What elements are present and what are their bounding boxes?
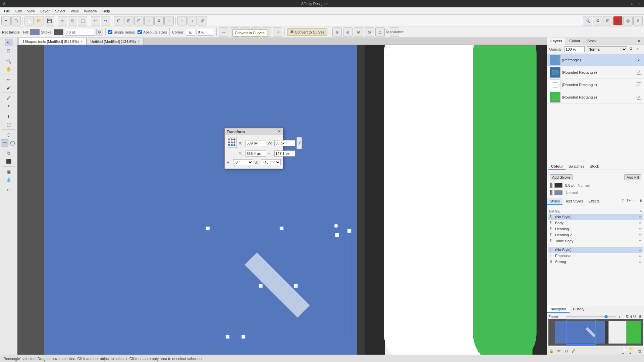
style-emphasis[interactable]: I Emphasis ≡ bbox=[548, 253, 643, 259]
panel-icon-node[interactable]: ⊡ bbox=[563, 348, 569, 354]
style-options-6[interactable]: ≡ bbox=[639, 254, 641, 258]
style-no-style[interactable]: ¶ (No Style) ≡ bbox=[548, 214, 643, 220]
fill-swatch[interactable] bbox=[30, 29, 40, 35]
tool-ellipse[interactable]: ◯ bbox=[9, 139, 16, 146]
style-heading1[interactable]: ¶ Heading 1 ≡ bbox=[548, 226, 643, 232]
stroke-ap-swatch[interactable] bbox=[554, 183, 562, 188]
style-strong[interactable]: B Strong ≡ bbox=[548, 259, 643, 265]
menu-window[interactable]: Window bbox=[81, 8, 100, 14]
tool-pen[interactable]: 🖊 bbox=[5, 94, 12, 102]
toolbar-search[interactable]: 🔍 bbox=[583, 16, 592, 25]
opacity-input[interactable] bbox=[565, 46, 585, 52]
tab-shapes[interactable]: 1Shapes tools [Modified] (514.5%) ✕ bbox=[19, 38, 87, 45]
tab-close-panel[interactable]: ✕ bbox=[634, 38, 644, 45]
transform-h-input[interactable] bbox=[274, 150, 295, 157]
zoom-plus-btn[interactable]: + bbox=[618, 315, 622, 319]
toolbar-align-top[interactable]: ↕ bbox=[144, 16, 154, 25]
transform-align-right[interactable]: ⊣ bbox=[273, 27, 282, 37]
anchor-tm[interactable] bbox=[231, 138, 233, 140]
toolbar-cut[interactable]: ✂ bbox=[58, 16, 67, 25]
layer-vis-2[interactable]: ✓ bbox=[637, 82, 641, 87]
maximize-button[interactable]: □ bbox=[630, 1, 635, 6]
tool-eyedropper[interactable]: 💧 bbox=[5, 176, 12, 183]
toolbar-rotate[interactable]: ↺ bbox=[198, 16, 207, 25]
tool-rect[interactable]: ▭ bbox=[1, 139, 8, 146]
tool-pencil[interactable]: ✏ bbox=[5, 76, 12, 83]
layer-vis-0[interactable]: ✓ bbox=[637, 58, 641, 62]
panel-icon-delete[interactable]: 🗑 bbox=[637, 348, 643, 354]
stock-tab-color[interactable]: Stock bbox=[587, 164, 602, 170]
menu-help[interactable]: Help bbox=[100, 8, 113, 14]
styles-tab-styles[interactable]: Styles bbox=[547, 198, 562, 205]
geometry-xor[interactable]: ⊘ bbox=[365, 27, 374, 37]
toolbar-align-center[interactable]: ⊞ bbox=[124, 16, 133, 25]
toolbar-align-right[interactable]: ⊟ bbox=[134, 16, 144, 25]
toolbar-persona-draw[interactable]: ✦ bbox=[1, 16, 11, 25]
transform-flip-h[interactable]: ↔ bbox=[219, 27, 228, 37]
toolbar-open[interactable]: 📂 bbox=[35, 16, 44, 25]
toolbar-copy[interactable]: ⎘ bbox=[68, 16, 77, 25]
layer-vis-1[interactable]: ✓ bbox=[637, 70, 641, 75]
toolbar-share[interactable]: ⬆ bbox=[633, 16, 643, 25]
anchor-tr[interactable] bbox=[233, 138, 235, 140]
add-stroke-btn[interactable]: Add Stroke bbox=[550, 174, 573, 180]
geometry-sub[interactable]: ⊖ bbox=[343, 27, 353, 37]
anchor-mm[interactable] bbox=[231, 141, 233, 143]
styles-section-add-0[interactable]: + bbox=[640, 209, 642, 213]
layer-item-0[interactable]: (Rectangle) ✓ bbox=[547, 54, 644, 66]
panel-icon-add-group[interactable]: 📁+ bbox=[629, 348, 635, 354]
toolbar-persona-pixel[interactable]: ⬡ bbox=[11, 16, 21, 25]
menu-view[interactable]: View bbox=[24, 8, 38, 14]
styles-options-btn[interactable]: ⋯ bbox=[632, 198, 638, 205]
swatches-tab[interactable]: Swatches bbox=[566, 164, 587, 170]
minimize-button[interactable]: ─ bbox=[623, 1, 628, 6]
zoom-recenter-btn[interactable]: ⊕ bbox=[638, 314, 643, 319]
toolbar-undo[interactable]: ↩ bbox=[91, 16, 100, 25]
menu-edit[interactable]: Edit bbox=[13, 8, 24, 14]
styles-tab-effects[interactable]: Effects bbox=[586, 198, 602, 205]
nav-tab-navigator[interactable]: Navigator bbox=[547, 306, 570, 313]
style-body[interactable]: ¶ Body ≡ bbox=[548, 220, 643, 226]
tool-node-pen[interactable]: ⌖ bbox=[5, 102, 12, 110]
layers-options-btn[interactable]: ⚙ bbox=[629, 47, 635, 52]
toolbar-align-bottom[interactable]: ↔ bbox=[164, 16, 174, 25]
stroke-options-btn[interactable]: ⚙ bbox=[96, 29, 103, 36]
colour-tab[interactable]: Colour bbox=[548, 164, 566, 170]
layers-add-btn[interactable]: + bbox=[637, 47, 642, 52]
canvas[interactable]: Transform ✕ bbox=[17, 45, 547, 355]
menu-view2[interactable]: View bbox=[68, 8, 81, 14]
toolbar-settings[interactable]: ⚙ bbox=[593, 16, 602, 25]
tool-symbols[interactable]: ✦⬡ bbox=[5, 186, 12, 194]
style-tablebody[interactable]: ¶ Table Body ≡ bbox=[548, 238, 643, 244]
convert-to-curves-btn[interactable]: ⌘ Convert to Curves bbox=[287, 28, 328, 36]
menu-select[interactable]: Select bbox=[52, 8, 68, 14]
tab-colour[interactable]: Colour bbox=[566, 38, 584, 45]
style-options-7[interactable]: ≡ bbox=[639, 260, 641, 264]
toolbar-save[interactable]: 💾 bbox=[45, 16, 54, 25]
geometry-add[interactable]: ⊕ bbox=[332, 27, 342, 37]
transform-close-btn[interactable]: ✕ bbox=[278, 129, 281, 134]
style-options-2[interactable]: ≡ bbox=[639, 227, 641, 231]
tool-zoom[interactable]: 🔍 bbox=[5, 57, 12, 65]
nav-tab-history[interactable]: History bbox=[570, 306, 588, 313]
style-heading2[interactable]: ¶ Heading 2 ≡ bbox=[548, 232, 643, 238]
transform-s-input[interactable]: -45 ° bbox=[261, 159, 281, 165]
anchor-mr[interactable] bbox=[233, 141, 235, 143]
toolbar-color-picker-1[interactable]: ■ bbox=[613, 16, 623, 25]
toolbar-paste[interactable]: 📋 bbox=[78, 16, 87, 25]
tab-stock[interactable]: Stock bbox=[584, 38, 600, 45]
layer-item-3[interactable]: (Rounded Rectangle) ✓ bbox=[547, 91, 644, 104]
tool-pointer[interactable]: ↖ bbox=[5, 39, 12, 46]
layer-item-2[interactable]: (Rounded Rectangle) ✓ bbox=[547, 79, 644, 91]
tool-text[interactable]: T bbox=[5, 113, 12, 120]
geometry-intersect[interactable]: ⊗ bbox=[354, 27, 363, 37]
transform-r-input[interactable]: 0 ° bbox=[233, 159, 253, 165]
toolbar-redo[interactable]: ↪ bbox=[101, 16, 110, 25]
tool-pan[interactable]: ✋ bbox=[5, 65, 12, 73]
anchor-br[interactable] bbox=[233, 144, 235, 146]
styles-tab-textstyles[interactable]: Text Styles bbox=[562, 198, 586, 205]
anchor-tl[interactable] bbox=[228, 138, 230, 140]
stroke-swatch[interactable] bbox=[54, 29, 63, 35]
transform-w-input[interactable] bbox=[274, 140, 295, 146]
menu-layer[interactable]: Layer bbox=[38, 8, 52, 14]
